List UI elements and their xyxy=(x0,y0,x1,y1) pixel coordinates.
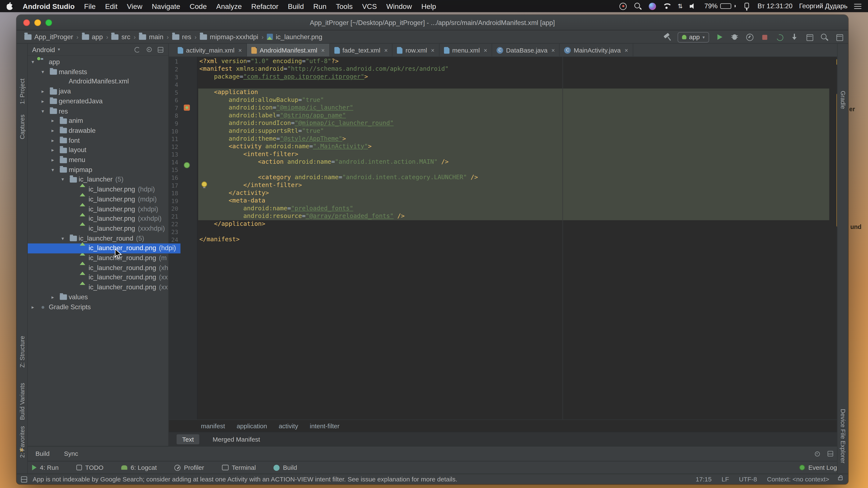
buildbar-tab-sync[interactable]: Sync xyxy=(64,450,78,457)
toolwindow-switcher-icon[interactable] xyxy=(21,476,27,482)
lock-icon[interactable] xyxy=(838,477,843,480)
close-tab-icon[interactable]: × xyxy=(624,47,628,53)
chevron-right-icon[interactable]: ▸ xyxy=(41,97,44,106)
chevron-down-icon[interactable]: ▾ xyxy=(41,106,44,116)
breadcrumb-item-mipmap-xxxhdpi[interactable]: mipmap-xxxhdpi xyxy=(200,33,258,41)
editor-tab-activity-main-xml[interactable]: activity_main.xml× xyxy=(173,44,247,56)
chevron-down-icon[interactable]: ▾ xyxy=(61,234,64,243)
minimize-window-button[interactable] xyxy=(34,19,41,26)
menu-analyze[interactable]: Analyze xyxy=(216,2,242,10)
breadcrumb-item-res[interactable]: res xyxy=(172,33,191,41)
tree-item-layout[interactable]: ▸layout xyxy=(28,146,168,156)
view-tab-text[interactable]: Text xyxy=(177,434,199,444)
toolwindow-4-run[interactable]: 4: Run xyxy=(32,464,59,471)
tree-item-ic-launcher-round-png-xh[interactable]: ic_launcher_round.png(xh xyxy=(28,263,168,273)
tree-item-ic-launcher-round-png-hdpi[interactable]: ic_launcher_round.png(hdpi) xyxy=(28,243,181,253)
tree-item-menu[interactable]: ▸menu xyxy=(28,156,168,165)
toolwindow-todo[interactable]: TODO xyxy=(76,464,103,471)
context-indicator[interactable]: Context: <no context> xyxy=(767,476,829,483)
tree-item-mipmap[interactable]: ▾mipmap xyxy=(28,165,168,175)
refresh-icon[interactable] xyxy=(134,46,141,53)
chevron-right-icon[interactable]: ▸ xyxy=(52,136,54,146)
tree-item-ic-launcher-round-png-xx[interactable]: ic_launcher_round.png(xx xyxy=(28,273,168,283)
menu-view[interactable]: View xyxy=(127,2,143,10)
minimize-build-panel-icon[interactable] xyxy=(827,450,834,457)
editor-tab-androidmanifest-xml[interactable]: AndroidManifest.xml× xyxy=(247,44,330,56)
window-titlebar[interactable]: App_itProger [~/Desktop/App_itProger] - … xyxy=(17,15,848,31)
gear-icon[interactable] xyxy=(146,46,152,53)
tree-item-drawable[interactable]: ▸drawable xyxy=(28,126,168,136)
run-button[interactable] xyxy=(715,33,724,41)
status-message[interactable]: App is not indexable by Google Search; c… xyxy=(33,476,457,483)
toolwindow-profiler[interactable]: Profiler xyxy=(175,464,204,471)
breadcrumb-item-app-itproger[interactable]: App_itProger xyxy=(24,33,73,41)
tree-item-manifests[interactable]: ▾manifests xyxy=(28,67,168,77)
power-adapter-icon[interactable] xyxy=(743,2,751,10)
chevron-down-icon[interactable]: ▾ xyxy=(41,67,44,77)
stop-button[interactable] xyxy=(760,33,769,41)
toolwindow-button-1-project[interactable]: 1: Project xyxy=(19,78,25,104)
editor-tab-menu-xml[interactable]: menu.xml× xyxy=(439,44,492,56)
close-tab-icon[interactable]: × xyxy=(551,47,555,53)
tree-item-ic-launcher-png-hdpi[interactable]: ic_launcher.png(hdpi) xyxy=(28,185,168,195)
breadcrumb-item-main[interactable]: main xyxy=(139,33,163,41)
toolwindow-build[interactable]: Build xyxy=(274,464,297,471)
menu-refactor[interactable]: Refactor xyxy=(251,2,278,10)
breadcrumb-item-ic-launcher-png[interactable]: ic_launcher.png xyxy=(267,33,322,41)
chevron-right-icon[interactable]: ▸ xyxy=(52,156,54,165)
chevron-down-icon[interactable]: ▾ xyxy=(52,165,54,175)
tree-item-ic-launcher-png-xhdpi[interactable]: ic_launcher.png(xhdpi) xyxy=(28,204,168,214)
gradle-sync-icon[interactable] xyxy=(775,33,784,41)
tree-item-generatedjava[interactable]: ▸generatedJava xyxy=(28,97,168,106)
hide-panel-icon[interactable] xyxy=(157,46,164,53)
breadcrumb-item-src[interactable]: src xyxy=(112,33,130,41)
caret-position[interactable]: 17:15 xyxy=(696,476,712,483)
editor-tab-database-java[interactable]: DataBase.java× xyxy=(492,44,560,56)
menubar-user[interactable]: Георгий Дударь xyxy=(799,2,847,10)
tree-item-res[interactable]: ▾res xyxy=(28,106,168,116)
xml-breadcrumb-application[interactable]: application xyxy=(237,422,267,429)
screen-record-icon[interactable] xyxy=(619,2,627,10)
close-tab-icon[interactable]: × xyxy=(239,47,242,53)
close-tab-icon[interactable]: × xyxy=(321,47,325,53)
editor-tab-row-xml[interactable]: row.xml× xyxy=(393,44,439,56)
tree-item-ic-launcher-5[interactable]: ▾ic_launcher(5) xyxy=(28,175,168,185)
search-everywhere-icon[interactable] xyxy=(820,33,829,41)
chevron-right-icon[interactable]: ▸ xyxy=(52,293,54,302)
tree-item-ic-launcher-png-xxxhdpi[interactable]: ic_launcher.png(xxxhdpi) xyxy=(28,224,168,234)
maximize-window-button[interactable] xyxy=(45,19,52,26)
xml-breadcrumb-activity[interactable]: activity xyxy=(279,422,298,429)
chevron-right-icon[interactable]: ▸ xyxy=(32,302,34,312)
intention-bulb-icon[interactable] xyxy=(202,182,207,187)
chevron-right-icon[interactable]: ▸ xyxy=(52,146,54,156)
view-tab-merged-manifest[interactable]: Merged Manifest xyxy=(207,434,266,444)
menu-window[interactable]: Window xyxy=(386,2,412,10)
line-separator[interactable]: LF xyxy=(721,476,729,483)
debug-button[interactable] xyxy=(730,33,739,41)
tree-item-values[interactable]: ▸values xyxy=(28,293,168,302)
volume-icon[interactable] xyxy=(689,2,698,10)
attach-debugger-icon[interactable] xyxy=(790,33,799,41)
wifi-icon[interactable] xyxy=(663,2,671,10)
tree-item-ic-launcher-png-xxhdpi[interactable]: ic_launcher.png(xxhdpi) xyxy=(28,214,168,224)
menu-tools[interactable]: Tools xyxy=(336,2,352,10)
sdk-manager-icon[interactable] xyxy=(835,33,844,41)
chevron-right-icon[interactable]: ▸ xyxy=(52,116,54,126)
toolwindow-button-device-file-explorer[interactable]: Device File Explorer xyxy=(840,409,846,463)
tree-item-anim[interactable]: ▸anim xyxy=(28,116,168,126)
run-configuration-select[interactable]: app ▾ xyxy=(678,32,709,42)
toolwindow-terminal[interactable]: Terminal xyxy=(222,464,256,471)
avd-manager-icon[interactable] xyxy=(805,33,814,41)
toolwindow-button-z-structure[interactable]: Z: Structure xyxy=(19,336,25,368)
menubar-app-name[interactable]: Android Studio xyxy=(23,2,74,10)
code-editor[interactable]: 123456789101112131415161718192021222324 … xyxy=(169,57,848,419)
xml-breadcrumb-manifest[interactable]: manifest xyxy=(201,422,225,429)
chevron-down-icon[interactable]: ▾ xyxy=(32,58,34,67)
tree-item-gradle-scripts[interactable]: ▸Gradle Scripts xyxy=(28,302,168,312)
menu-code[interactable]: Code xyxy=(190,2,207,10)
buildbar-tab-build[interactable]: Build xyxy=(35,450,50,457)
toolwindow-6-logcat[interactable]: 6: Logcat xyxy=(121,464,157,471)
menu-navigate[interactable]: Navigate xyxy=(152,2,180,10)
toolwindow-button-2-favorites[interactable]: 2: Favorites xyxy=(19,426,25,458)
chevron-down-icon[interactable]: ▾ xyxy=(61,175,64,185)
